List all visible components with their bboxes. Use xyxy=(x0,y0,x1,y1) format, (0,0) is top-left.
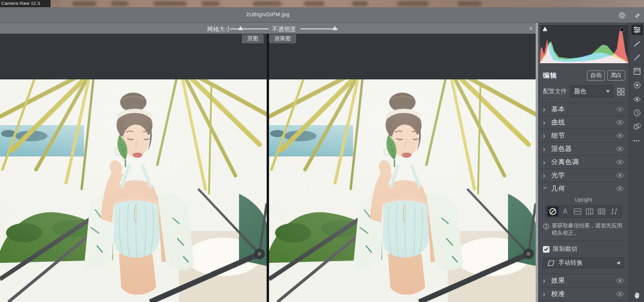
app-title-chip: Camera Raw 12.3 xyxy=(0,0,51,7)
more-tools-icon[interactable]: ••• xyxy=(631,135,643,146)
before-button[interactable]: 原图 xyxy=(242,34,264,43)
eye-icon[interactable] xyxy=(616,159,624,165)
upright-off-icon[interactable] xyxy=(547,206,559,217)
open-filename: 2UBtgivDiPM.jpg xyxy=(0,11,536,17)
manual-transform-label: 手动转换 xyxy=(559,259,617,267)
upright-full-icon[interactable] xyxy=(596,206,607,217)
blurred-text xyxy=(202,1,220,6)
eye-icon[interactable] xyxy=(616,133,624,138)
upright-label: Upright xyxy=(543,197,624,203)
panel-geometry[interactable]: 几何 xyxy=(538,182,629,195)
upright-vertical-icon[interactable] xyxy=(584,206,595,217)
profile-value: 颜色 xyxy=(574,87,606,96)
chevron-right-icon xyxy=(543,291,548,297)
bw-button[interactable]: 黑白 xyxy=(607,70,625,81)
blurred-text xyxy=(111,1,128,6)
chevron-right-icon xyxy=(543,146,548,152)
auto-button[interactable]: 自动 xyxy=(587,70,605,81)
panel-label: 分离色调 xyxy=(551,158,579,167)
panel-split-toning[interactable]: 分离色调 xyxy=(538,155,629,168)
grid-size-slider[interactable] xyxy=(231,28,268,29)
blurred-text xyxy=(153,1,187,6)
tool-strip: ••• xyxy=(629,23,644,302)
blurred-text xyxy=(457,1,481,6)
red-eye-tool[interactable] xyxy=(631,94,643,104)
settings-gear-icon[interactable] xyxy=(618,11,627,20)
panel-optics[interactable]: 光学 xyxy=(538,168,629,182)
edit-sliders-tool[interactable] xyxy=(631,25,643,35)
panel-label: 光学 xyxy=(551,171,565,180)
geometry-body: Upright A 要获取最佳结果，请首先应用镜头校正。 xyxy=(538,195,629,274)
constrain-crop-label: 限制裁切 xyxy=(553,245,577,253)
spot-removal-tool[interactable] xyxy=(631,39,643,49)
eye-icon[interactable] xyxy=(616,173,624,178)
edit-header: 编辑 自动 黑白 xyxy=(538,66,629,84)
grid-size-slider-thumb[interactable] xyxy=(238,26,243,30)
panel-label: 曲线 xyxy=(551,118,565,127)
graduated-filter-tool[interactable] xyxy=(631,66,643,76)
constrain-crop-checkbox[interactable] xyxy=(543,246,550,253)
preview-canvas: 原图 效果图 xyxy=(0,34,536,302)
chevron-right-icon xyxy=(543,173,548,179)
app-title: Camera Raw 12.3 xyxy=(1,1,40,6)
header-bar: 2UBtgivDiPM.jpg xyxy=(0,7,644,23)
chevron-down-icon xyxy=(606,90,610,93)
snapshots-tool[interactable] xyxy=(631,108,643,118)
collapse-left-icon[interactable]: ◀ xyxy=(617,260,620,265)
panel-color-mixer[interactable]: 混色器 xyxy=(538,142,629,155)
grid-overlay-toolbar: 网格大小 不透明度 × xyxy=(0,23,536,34)
hand-tool-icon[interactable] xyxy=(633,291,641,299)
chevron-right-icon xyxy=(543,278,548,284)
profile-select[interactable]: 颜色 xyxy=(571,85,613,97)
upright-level-icon[interactable] xyxy=(572,206,583,217)
constrain-crop-row[interactable]: 限制裁切 xyxy=(543,245,624,253)
adjustment-brush-tool[interactable] xyxy=(631,52,643,63)
opacity-label: 不透明度 xyxy=(272,25,296,34)
histogram[interactable] xyxy=(539,24,628,64)
divider xyxy=(543,241,624,241)
eye-icon[interactable] xyxy=(616,186,624,191)
chevron-right-icon xyxy=(543,133,548,139)
eye-icon[interactable] xyxy=(616,278,624,283)
panel-calibration[interactable]: 校准 xyxy=(538,287,629,300)
info-icon xyxy=(543,223,550,230)
chevron-right-icon xyxy=(543,106,548,112)
eye-icon[interactable] xyxy=(616,120,624,125)
chevron-right-icon xyxy=(543,159,548,165)
expand-fullscreen-icon[interactable] xyxy=(633,11,642,20)
edit-title: 编辑 xyxy=(543,71,557,80)
geometry-hint-text: 要获取最佳结果，请首先应用镜头校正。 xyxy=(552,223,624,236)
profile-row: 配置文件 颜色 xyxy=(538,84,629,102)
panel-label: 混色器 xyxy=(551,144,572,153)
close-overlay-icon[interactable]: × xyxy=(527,25,534,32)
panel-basic[interactable]: 基本 xyxy=(538,102,629,116)
before-photo[interactable] xyxy=(0,79,267,302)
radial-filter-tool[interactable] xyxy=(631,80,643,90)
panel-detail[interactable]: 细节 xyxy=(538,129,629,142)
upright-auto-icon[interactable]: A xyxy=(559,206,571,217)
panel-curves[interactable]: 曲线 xyxy=(538,116,629,129)
edit-sidebar: 编辑 自动 黑白 配置文件 颜色 基本 曲线 细节 混色器 分离色调 xyxy=(538,23,629,302)
eye-icon[interactable] xyxy=(616,106,624,112)
eye-icon[interactable] xyxy=(616,146,624,152)
blurred-text xyxy=(72,1,96,6)
highlight-clipping-indicator[interactable] xyxy=(619,26,625,31)
presets-tool[interactable] xyxy=(631,122,643,132)
window-titlebar: Camera Raw 12.3 xyxy=(0,0,644,7)
chevron-right-icon xyxy=(543,120,548,126)
opacity-slider[interactable] xyxy=(300,28,338,29)
panel-label: 基本 xyxy=(551,105,565,114)
eye-icon[interactable] xyxy=(616,291,624,297)
opacity-slider-thumb[interactable] xyxy=(332,26,337,30)
profile-browser-icon[interactable] xyxy=(617,88,625,96)
manual-transform-row[interactable]: 手动转换 ◀ xyxy=(543,257,624,268)
shadow-clipping-indicator[interactable] xyxy=(542,26,548,31)
panel-end-divider xyxy=(538,300,629,301)
after-button[interactable]: 效果图 xyxy=(269,34,296,43)
upright-guided-icon[interactable] xyxy=(608,206,620,217)
profile-label: 配置文件 xyxy=(543,87,567,96)
after-photo[interactable] xyxy=(269,79,536,302)
panel-label: 几何 xyxy=(551,184,565,193)
grid-size-label: 网格大小 xyxy=(207,25,231,34)
panel-effects[interactable]: 效果 xyxy=(538,274,629,287)
